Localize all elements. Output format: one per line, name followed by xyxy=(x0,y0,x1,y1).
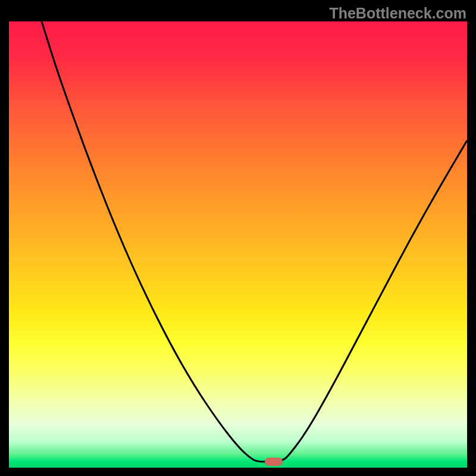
optimal-marker xyxy=(265,458,283,466)
curve-svg xyxy=(9,21,467,468)
chart-container: TheBottleneck.com xyxy=(0,0,476,476)
watermark-text: TheBottleneck.com xyxy=(329,5,466,22)
plot-area xyxy=(9,21,467,468)
bottleneck-curve xyxy=(42,21,467,462)
